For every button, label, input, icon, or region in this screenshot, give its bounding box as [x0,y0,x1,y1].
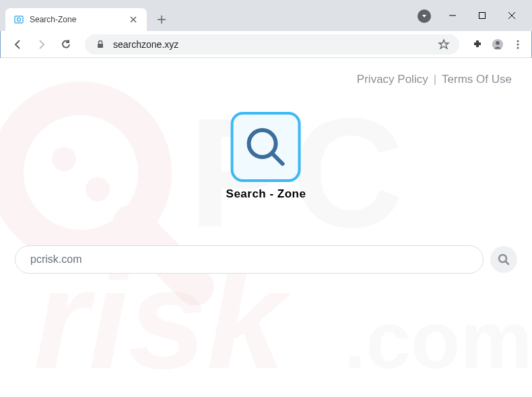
svg-point-7 [517,43,519,45]
window-minimize-icon[interactable] [446,9,459,22]
window-maximize-icon[interactable] [475,9,489,22]
svg-point-1 [18,18,21,22]
search-bar [15,245,517,274]
privacy-link[interactable]: Privacy Policy [357,73,428,86]
tab-close-icon[interactable] [128,14,139,25]
svg-rect-3 [98,44,103,48]
star-icon[interactable] [438,38,450,51]
back-button[interactable] [8,35,27,54]
svg-point-11 [86,177,110,202]
svg-point-10 [52,147,76,171]
menu-icon[interactable] [512,38,524,51]
logo-title: Search - Zone [226,187,306,201]
link-divider: | [434,73,436,86]
search-input[interactable] [15,245,484,274]
tab-search-icon[interactable] [418,9,431,23]
new-tab-button[interactable] [152,10,171,29]
lock-icon [94,38,106,51]
watermark-icon: PC risk .com [0,58,532,397]
svg-point-5 [496,41,499,44]
search-button[interactable] [490,246,517,273]
extensions-icon[interactable] [471,38,484,51]
tab-favicon-icon [13,14,24,25]
address-bar[interactable]: searchzone.xyz [85,34,459,55]
window-titlebar: Search-Zone [0,0,532,31]
svg-rect-0 [15,16,23,23]
svg-rect-2 [479,13,486,19]
forward-button[interactable] [32,35,51,54]
svg-text:.com: .com [343,295,532,385]
svg-point-9 [7,98,155,247]
url-text: searchzone.xyz [113,39,431,50]
reload-button[interactable] [57,35,75,54]
browser-tab[interactable]: Search-Zone [5,8,147,31]
header-links: Privacy Policy | Terms Of Use [357,73,512,86]
search-icon [497,253,510,266]
logo-box [231,112,301,182]
magnifier-icon [242,123,290,171]
svg-point-8 [517,47,519,49]
browser-toolbar: searchzone.xyz [0,31,532,58]
window-close-icon[interactable] [505,9,519,22]
terms-link[interactable]: Terms Of Use [442,73,512,86]
site-logo: Search - Zone [226,112,306,201]
page-content: PC risk .com Privacy Policy | Terms Of U… [0,58,532,397]
profile-icon[interactable] [492,38,504,51]
tab-title: Search-Zone [30,15,123,24]
svg-point-6 [517,40,519,42]
